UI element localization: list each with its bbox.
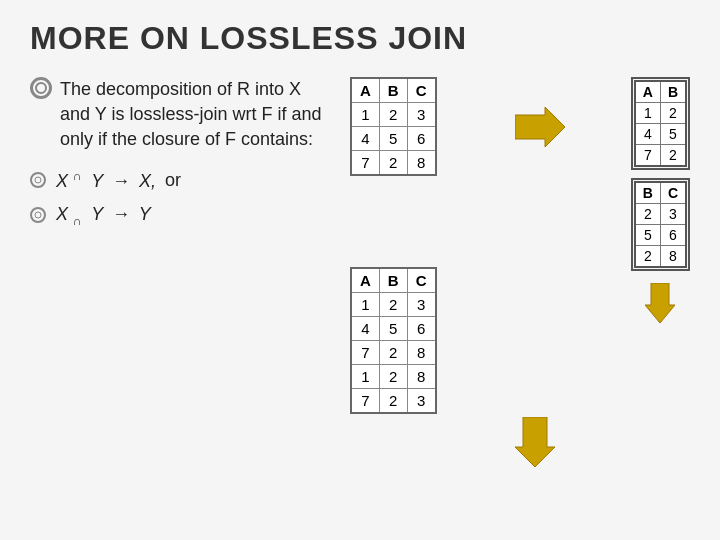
main-bullet-text: The decomposition of R into X and Y is l… bbox=[60, 77, 330, 153]
bullet-icon-sub2 bbox=[30, 207, 46, 223]
table-row: 723 bbox=[351, 389, 436, 414]
small-arrow-down-icon bbox=[631, 283, 690, 327]
table-row: 56 bbox=[635, 225, 686, 246]
col-C2: C bbox=[660, 182, 686, 204]
sub-bullet-1-math: X ∩ Y → X, bbox=[56, 169, 161, 192]
table-main2: A B C 123 456 728 128 723 bbox=[350, 267, 437, 414]
sub-bullet-2-math: X ∩ Y → Y bbox=[56, 204, 151, 228]
slide: MORE ON LOSSLESS JOIN The decomposition … bbox=[0, 0, 720, 540]
sub-bullet-1-or: or bbox=[165, 170, 181, 191]
table-main: A B C 123 456 728 bbox=[350, 77, 437, 176]
table-row: 28 bbox=[635, 246, 686, 268]
col-header-C2: C bbox=[407, 268, 435, 293]
left-content: The decomposition of R into X and Y is l… bbox=[30, 77, 330, 437]
arrow-down-icon bbox=[515, 417, 555, 471]
table-row: 728 bbox=[351, 151, 436, 176]
table-row: 72 bbox=[635, 145, 686, 167]
svg-marker-2 bbox=[645, 283, 675, 323]
table-row: 456 bbox=[351, 127, 436, 151]
table-right-bottom: B C 23 56 28 bbox=[631, 178, 690, 271]
table-row: 128 bbox=[351, 365, 436, 389]
table-main2-container: A B C 123 456 728 128 723 bbox=[350, 267, 437, 414]
col-A: A bbox=[635, 81, 661, 103]
table-row: 123 bbox=[351, 103, 436, 127]
col-header-C: C bbox=[407, 78, 435, 103]
sub-bullet-2: X ∩ Y → Y bbox=[30, 204, 330, 228]
col-header-A2: A bbox=[351, 268, 379, 293]
table-AB: A B 12 45 72 bbox=[634, 80, 687, 167]
right-tables: A B 12 45 72 B C 23 56 28 bbox=[631, 77, 690, 327]
bullet-icon-main bbox=[30, 77, 52, 99]
col-header-A: A bbox=[351, 78, 379, 103]
col-header-B2: B bbox=[379, 268, 407, 293]
svg-marker-0 bbox=[515, 107, 565, 147]
table-right-top: A B 12 45 72 bbox=[631, 77, 690, 170]
arrow-right-icon bbox=[515, 107, 565, 151]
table-row: 12 bbox=[635, 103, 686, 124]
table-row: 456 bbox=[351, 317, 436, 341]
table-row: 123 bbox=[351, 293, 436, 317]
col-B: B bbox=[660, 81, 686, 103]
col-B2: B bbox=[635, 182, 661, 204]
bullet-icon-sub1 bbox=[30, 172, 46, 188]
table-row: 45 bbox=[635, 124, 686, 145]
sub-bullets: X ∩ Y → X, or X ∩ Y → bbox=[30, 169, 330, 228]
table-main-container: A B C 123 456 728 bbox=[350, 77, 437, 176]
table-BC: B C 23 56 28 bbox=[634, 181, 687, 268]
table-row: 23 bbox=[635, 204, 686, 225]
svg-marker-1 bbox=[515, 417, 555, 467]
slide-title: MORE ON LOSSLESS JOIN bbox=[30, 20, 690, 57]
sub-bullet-1: X ∩ Y → X, or bbox=[30, 169, 330, 192]
col-header-B: B bbox=[379, 78, 407, 103]
main-bullet: The decomposition of R into X and Y is l… bbox=[30, 77, 330, 153]
table-row: 728 bbox=[351, 341, 436, 365]
